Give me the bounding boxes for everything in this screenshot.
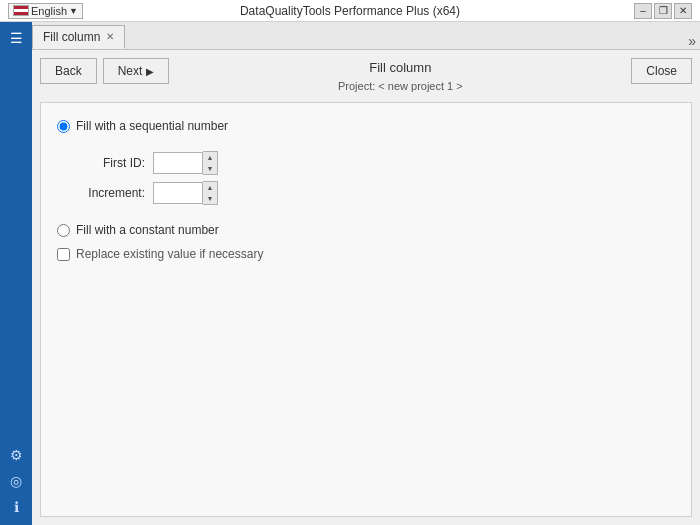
help-icon[interactable]: ◎ <box>8 471 24 491</box>
language-dropdown[interactable]: English ▼ <box>8 3 83 19</box>
sidebar-menu-button[interactable]: ☰ <box>0 26 32 50</box>
language-label: English <box>31 5 67 17</box>
replace-checkbox[interactable] <box>57 248 70 261</box>
option-group: Fill with a sequential number First ID: … <box>57 119 675 261</box>
toolbar-row: Back Next ▶ Fill column Project: < new p… <box>40 58 692 94</box>
content-area: Fill column ✕ » Back Next ▶ Fil <box>32 22 700 525</box>
sequential-fields: First ID: 1 ▲ ▼ Increment: <box>77 151 675 205</box>
title-bar-left: English ▼ <box>8 3 83 19</box>
first-id-spinner-buttons: ▲ ▼ <box>203 151 218 175</box>
app-title: DataQualityTools Performance Plus (x64) <box>240 4 460 18</box>
next-button[interactable]: Next ▶ <box>103 58 170 84</box>
sequential-radio[interactable] <box>57 120 70 133</box>
tab-label: Fill column <box>43 30 100 44</box>
sequential-option-row: Fill with a sequential number <box>57 119 675 133</box>
tab-close-button[interactable]: ✕ <box>106 32 114 42</box>
settings-icon[interactable]: ⚙ <box>8 445 25 465</box>
sidebar: ☰ ⚙ ◎ ℹ <box>0 22 32 525</box>
constant-label: Fill with a constant number <box>76 223 219 237</box>
content-box: Fill with a sequential number First ID: … <box>40 102 692 517</box>
panel-title: Fill column <box>338 58 463 78</box>
constant-option-row: Fill with a constant number <box>57 223 675 237</box>
flag-icon <box>13 5 29 16</box>
increment-up-button[interactable]: ▲ <box>203 182 217 193</box>
panel-area: Back Next ▶ Fill column Project: < new p… <box>32 50 700 525</box>
replace-row: Replace existing value if necessary <box>57 247 675 261</box>
panel-subtitle: Project: < new project 1 > <box>338 78 463 95</box>
main-layout: ☰ ⚙ ◎ ℹ Fill column ✕ » Back <box>0 22 700 525</box>
increment-row: Increment: 1 ▲ ▼ <box>77 181 675 205</box>
increment-down-button[interactable]: ▼ <box>203 193 217 204</box>
back-label: Back <box>55 64 82 78</box>
toolbar-left: Back Next ▶ <box>40 58 169 84</box>
sequential-label: Fill with a sequential number <box>76 119 228 133</box>
increment-spinner: 1 ▲ ▼ <box>153 181 218 205</box>
info-icon[interactable]: ℹ <box>12 497 21 517</box>
replace-label: Replace existing value if necessary <box>76 247 263 261</box>
increment-label: Increment: <box>77 186 145 200</box>
window-close-button[interactable]: ✕ <box>674 3 692 19</box>
first-id-decrement-button[interactable]: ▼ <box>203 163 217 174</box>
increment-input[interactable]: 1 <box>153 182 203 204</box>
close-button[interactable]: Close <box>631 58 692 84</box>
first-id-increment-button[interactable]: ▲ <box>203 152 217 163</box>
first-id-row: First ID: 1 ▲ ▼ <box>77 151 675 175</box>
next-label: Next <box>118 64 143 78</box>
constant-radio[interactable] <box>57 224 70 237</box>
first-id-spinner: 1 ▲ ▼ <box>153 151 218 175</box>
panel-header: Fill column Project: < new project 1 > <box>338 58 463 94</box>
back-button[interactable]: Back <box>40 58 97 84</box>
sidebar-bottom: ⚙ ◎ ℹ <box>8 445 25 525</box>
fill-column-tab[interactable]: Fill column ✕ <box>32 25 125 49</box>
chevron-down-icon: ▼ <box>69 6 78 16</box>
tab-bar: Fill column ✕ » <box>32 22 700 50</box>
minimize-button[interactable]: – <box>634 3 652 19</box>
first-id-label: First ID: <box>77 156 145 170</box>
increment-spinner-buttons: ▲ ▼ <box>203 181 218 205</box>
title-bar: English ▼ DataQualityTools Performance P… <box>0 0 700 22</box>
next-icon: ▶ <box>146 66 154 77</box>
restore-button[interactable]: ❒ <box>654 3 672 19</box>
window-controls: – ❒ ✕ <box>634 3 692 19</box>
tab-scroll-button[interactable]: » <box>688 33 700 49</box>
first-id-input[interactable]: 1 <box>153 152 203 174</box>
